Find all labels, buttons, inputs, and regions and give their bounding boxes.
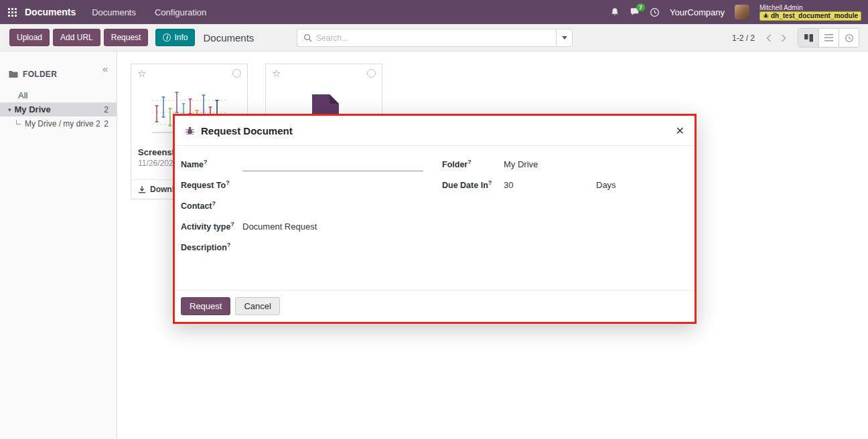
pager-and-views: 1-2 / 2	[732, 24, 859, 52]
favorite-star-icon[interactable]: ☆	[272, 68, 281, 78]
list-view-icon	[824, 34, 833, 41]
info-button-label: Info	[174, 33, 188, 42]
bug-icon	[763, 13, 769, 19]
folder-section-header: FOLDER	[9, 70, 117, 79]
download-icon	[138, 185, 146, 193]
company-switcher[interactable]: YourCompany	[670, 7, 725, 17]
help-hint: ?	[488, 179, 492, 186]
pager-next-button[interactable]	[776, 34, 791, 42]
debug-badge: dh_test_document_module	[760, 11, 861, 21]
name-field-row: Name?	[181, 154, 435, 175]
modal-cancel-button[interactable]: Cancel	[235, 297, 279, 315]
info-icon: i	[163, 33, 171, 41]
modal-right-column: Folder? My Drive Due Date In? 30 Days	[442, 154, 689, 277]
select-record-circle[interactable]	[232, 69, 241, 78]
sidebar-item-my-drive-2[interactable]: My Drive / my drive 2 2	[0, 116, 117, 130]
folder-value[interactable]: My Drive	[504, 159, 538, 169]
folder-section-title: FOLDER	[23, 70, 57, 79]
messages-chat-icon[interactable]: 7	[630, 7, 640, 17]
modal-header: Request Document ✕	[175, 116, 695, 146]
topbar-right: 7 YourCompany Mitchell Admin dh_test_doc…	[610, 4, 868, 21]
description-label: Description?	[181, 242, 242, 252]
breadcrumb: Documents	[203, 32, 254, 43]
search-input[interactable]	[316, 33, 556, 43]
notifications-bell-icon[interactable]	[610, 7, 620, 17]
modal-request-button[interactable]: Request	[181, 297, 230, 315]
name-input[interactable]	[242, 158, 423, 171]
activity-view-clock-icon	[845, 33, 854, 43]
view-switcher	[798, 28, 859, 48]
user-name[interactable]: Mitchell Admin	[760, 4, 802, 12]
close-icon[interactable]: ✕	[676, 124, 684, 137]
info-button[interactable]: i Info	[155, 29, 195, 46]
debug-badge-text: dh_test_document_module	[771, 12, 858, 20]
sidebar-item-all[interactable]: All	[0, 88, 117, 102]
sidebar-collapse-icon[interactable]: «	[102, 64, 108, 74]
contact-field-row: Contact?	[181, 195, 435, 216]
help-hint: ?	[467, 159, 472, 165]
search-icon	[303, 33, 312, 42]
tree-elbow-icon	[16, 120, 21, 124]
screen: Documents Documents Configuration 7 Your…	[0, 0, 868, 439]
help-hint: ?	[226, 179, 230, 186]
pager-value: 1-2 / 2	[732, 33, 755, 43]
activity-view-button[interactable]	[839, 29, 859, 47]
due-date-label: Due Date In?	[442, 179, 504, 190]
menu-documents[interactable]: Documents	[92, 7, 136, 17]
app-name[interactable]: Documents	[25, 7, 76, 17]
help-hint: ?	[230, 221, 234, 228]
description-field-row: Description?	[181, 237, 435, 277]
activity-type-field-row: Activity type? Document Request	[181, 216, 435, 237]
request-to-label: Request To?	[181, 179, 242, 190]
favorite-star-icon[interactable]: ☆	[137, 68, 146, 78]
top-navbar: Documents Documents Configuration 7 Your…	[0, 0, 868, 24]
menu-configuration[interactable]: Configuration	[155, 7, 206, 17]
request-to-field-row: Request To?	[181, 175, 435, 195]
card-header: ☆	[266, 64, 382, 80]
sidebar-item-my-drive-2-label: My Drive / my drive 2	[25, 119, 100, 128]
name-label: Name?	[181, 159, 242, 169]
folder-field-row: Folder? My Drive	[442, 154, 689, 175]
select-record-circle[interactable]	[367, 69, 376, 78]
modal-body: Name? Request To? Contact? Activity type…	[175, 146, 695, 290]
user-avatar[interactable]	[735, 5, 749, 19]
due-date-field-row: Due Date In? 30 Days	[442, 175, 689, 195]
folder-label: Folder?	[442, 159, 504, 169]
apps-grid-icon[interactable]	[8, 8, 17, 17]
kanban-view-button[interactable]	[798, 29, 818, 47]
control-panel: Upload Add URL Request i Info Documents …	[0, 24, 868, 52]
search-bar	[297, 29, 573, 47]
pager-previous-button[interactable]	[762, 34, 776, 42]
bug-icon	[185, 126, 195, 136]
modal-left-column: Name? Request To? Contact? Activity type…	[181, 154, 435, 277]
help-hint: ?	[212, 200, 216, 207]
request-button[interactable]: Request	[104, 29, 149, 46]
activity-type-value[interactable]: Document Request	[242, 222, 317, 232]
help-hint: ?	[204, 159, 208, 165]
request-document-modal: Request Document ✕ Name? Request To? Con…	[173, 114, 697, 324]
top-menus: Documents Configuration	[92, 7, 206, 17]
expand-caret-icon[interactable]: ▾	[8, 106, 11, 113]
due-date-unit: Days	[596, 180, 616, 190]
caret-down-icon	[562, 36, 567, 39]
user-block: Mitchell Admin dh_test_document_module	[760, 4, 861, 21]
sidebar-item-all-label: All	[18, 90, 27, 100]
activity-type-label: Activity type?	[181, 221, 242, 232]
sidebar-item-my-drive[interactable]: ▾ My Drive 2	[0, 102, 117, 116]
modal-footer: Request Cancel	[175, 290, 695, 322]
list-view-button[interactable]	[818, 29, 839, 47]
sidebar-item-my-drive-label: My Drive	[15, 104, 51, 114]
folder-icon	[9, 70, 18, 78]
help-hint: ?	[227, 242, 231, 248]
add-url-button[interactable]: Add URL	[53, 29, 100, 46]
due-date-value[interactable]: 30	[504, 180, 596, 190]
upload-button[interactable]: Upload	[9, 29, 50, 46]
sidebar-item-my-drive-2-count: 2	[104, 119, 108, 128]
contact-label: Contact?	[181, 200, 242, 211]
message-count-badge: 7	[636, 3, 645, 11]
kanban-view-icon	[804, 34, 813, 42]
search-filters-toggle[interactable]	[556, 29, 572, 46]
activities-clock-icon[interactable]	[650, 7, 660, 17]
sidebar-item-my-drive-count: 2	[104, 105, 108, 114]
folders-sidebar: « FOLDER All ▾ My Drive 2 My Drive / my …	[0, 52, 117, 439]
